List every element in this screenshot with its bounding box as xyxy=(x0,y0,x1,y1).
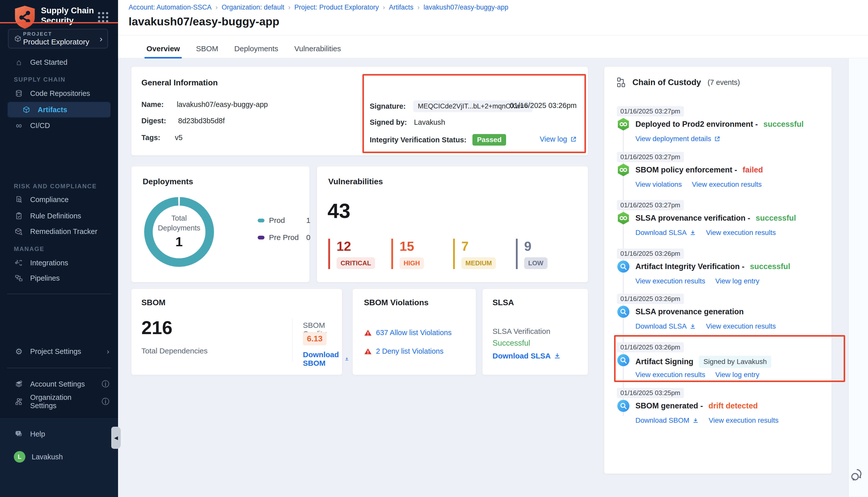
tab-deployments[interactable]: Deployments xyxy=(232,41,280,58)
tab-sbom[interactable]: SBOM xyxy=(194,41,220,58)
view-violations-link[interactable]: View violations xyxy=(635,181,682,188)
breadcrumb-project[interactable]: Project: Product Exploratory xyxy=(294,3,379,11)
right-rail xyxy=(849,58,868,497)
sidebar-item-project-settings[interactable]: ⚙ Project Settings › xyxy=(0,344,118,359)
sidebar-item-cicd[interactable]: ∞ CI/CD xyxy=(0,118,118,133)
org-structure-gear-icon xyxy=(14,398,24,406)
chain-of-custody-icon xyxy=(616,77,626,87)
info-icon: ⓘ xyxy=(102,379,109,389)
project-selector[interactable]: PROJECT Product Exploratory › xyxy=(8,29,108,48)
download-icon xyxy=(345,355,349,363)
breadcrumb-separator-icon: › xyxy=(383,4,385,11)
signed-by-label: Signed by: xyxy=(370,118,407,126)
download-icon xyxy=(692,417,699,424)
severity-low: 9 LOW xyxy=(516,239,547,269)
breadcrumb-separator-icon: › xyxy=(417,4,419,11)
card-title: SBOM xyxy=(141,298,166,307)
chat-bubbles-icon xyxy=(851,467,866,482)
event-timestamp: 01/16/2025 03:27pm xyxy=(617,106,684,116)
breadcrumb-current[interactable]: lavakush07/easy-buggy-app xyxy=(423,3,508,11)
view-execution-results-link[interactable]: View execution results xyxy=(635,371,705,379)
events-count: (7 events) xyxy=(708,78,740,87)
total-vulnerabilities: 43 xyxy=(327,199,350,223)
sidebar-divider xyxy=(7,368,111,368)
integrity-status-badge: Passed xyxy=(473,134,506,146)
sidebar-item-organization-settings[interactable]: Organization Settings ⓘ xyxy=(0,394,118,409)
pipeline-hexagon-icon xyxy=(617,212,630,225)
user-menu[interactable]: L Lavakush xyxy=(0,449,118,465)
allow-list-violations-link[interactable]: 637 Allow list Violations xyxy=(376,329,451,337)
view-execution-results-link[interactable]: View execution results xyxy=(706,229,776,237)
view-execution-results-link[interactable]: View execution results xyxy=(692,181,762,188)
legend-value: 0 xyxy=(306,233,310,242)
deny-list-violations-link[interactable]: 2 Deny list Violations xyxy=(376,347,444,355)
sidebar-collapse-handle[interactable]: ◀ xyxy=(111,427,121,449)
app-logo-shield-icon xyxy=(13,5,37,30)
clipboard-check-icon xyxy=(14,212,24,220)
section-label-supply-chain: SUPPLY CHAIN xyxy=(14,76,66,83)
pipeline-hexagon-icon xyxy=(617,164,630,176)
view-log-entry-link[interactable]: View log entry xyxy=(715,371,759,379)
artifact-tags: v5 xyxy=(175,133,183,142)
legend-swatch xyxy=(258,218,265,223)
sbom-violations-card: SBOM Violations 637 Allow list Violation… xyxy=(352,289,476,375)
vulnerabilities-card: Vulnerabilities 43 12 CRITICAL 15 HIGH 7… xyxy=(317,166,588,282)
severity-medium: 7 MEDIUM xyxy=(453,239,496,269)
tab-vulnerabilities[interactable]: Vulnerabilities xyxy=(292,41,343,58)
total-dependencies-value: 216 xyxy=(141,317,172,338)
breadcrumb-artifacts[interactable]: Artifacts xyxy=(389,3,414,11)
legend-item-prod: Prod 1 xyxy=(258,216,310,225)
sidebar-item-help[interactable]: ? Help xyxy=(0,426,118,442)
donut-center-label: Deployments xyxy=(144,224,214,232)
signed-by-value: Lavakush xyxy=(414,118,445,126)
breadcrumb-account[interactable]: Account: Automation-SSCA xyxy=(129,3,211,11)
sbom-quality-score-badge: 6.13 xyxy=(303,332,326,345)
repository-icon xyxy=(14,89,24,97)
view-execution-results-link[interactable]: View execution results xyxy=(709,416,779,424)
view-execution-results-link[interactable]: View execution results xyxy=(635,277,705,285)
sidebar-item-rule-definitions[interactable]: Rule Definitions xyxy=(0,208,118,224)
pipelines-icon xyxy=(14,274,24,282)
gear-icon: ⚙ xyxy=(14,347,24,356)
sidebar-item-pipelines[interactable]: Pipelines xyxy=(0,270,118,286)
signature-label: Signature: xyxy=(370,102,406,111)
view-execution-results-link[interactable]: View execution results xyxy=(706,322,776,330)
sidebar-item-integrations[interactable]: Integrations xyxy=(0,255,118,271)
info-icon: ⓘ xyxy=(102,397,109,407)
download-sbom-link[interactable]: Download SBOM xyxy=(303,351,349,368)
card-title: SBOM Violations xyxy=(364,298,429,307)
signed-by-badge: Signed by Lavakush xyxy=(699,356,771,368)
name-label: Name: xyxy=(141,100,164,109)
view-deployment-details-link[interactable]: View deployment details xyxy=(635,135,720,143)
view-log-link[interactable]: View log xyxy=(540,135,577,143)
section-label-risk-compliance: RISK AND COMPLIANCE xyxy=(14,183,97,190)
severity-high: 15 HIGH xyxy=(391,239,424,269)
tags-label: Tags: xyxy=(141,133,160,142)
total-dependencies-label: Total Dependencies xyxy=(141,347,208,355)
download-sbom-link[interactable]: Download SBOM xyxy=(635,416,699,424)
sidebar-item-account-settings[interactable]: Account Settings ⓘ xyxy=(0,376,118,392)
event-status: successful xyxy=(750,262,790,271)
sidebar-divider xyxy=(7,294,111,294)
sidebar-item-code-repositories[interactable]: Code Repositories xyxy=(0,86,118,101)
project-name: Product Exploratory xyxy=(23,38,89,46)
download-slsa-link[interactable]: Download SLSA xyxy=(492,352,561,360)
sidebar-item-compliance[interactable]: Compliance xyxy=(0,192,118,207)
breadcrumb-separator-icon: › xyxy=(288,4,290,11)
slsa-card: SLSA SLSA Verification Successful Downlo… xyxy=(482,289,588,375)
app-switcher-grid-icon[interactable] xyxy=(98,12,108,22)
download-slsa-link[interactable]: Download SLSA xyxy=(635,229,696,237)
sidebar-item-get-started[interactable]: ⌂ Get Started xyxy=(0,55,118,70)
card-title: Chain of Custody xyxy=(632,77,701,87)
tab-overview[interactable]: Overview xyxy=(144,41,182,58)
document-search-icon xyxy=(14,196,24,203)
support-chat-button[interactable] xyxy=(851,467,866,483)
artifact-digest: 8d23bd3b5d8f xyxy=(178,117,225,125)
card-divider xyxy=(292,318,293,362)
view-log-entry-link[interactable]: View log entry xyxy=(715,277,759,285)
breadcrumb-organization[interactable]: Organization: default xyxy=(222,3,284,11)
download-slsa-link[interactable]: Download SLSA xyxy=(635,322,696,330)
sidebar-item-remediation-tracker[interactable]: Remediation Tracker xyxy=(0,224,118,239)
svg-text:?: ? xyxy=(17,431,19,435)
sidebar-item-artifacts[interactable]: Artifacts xyxy=(8,102,111,117)
